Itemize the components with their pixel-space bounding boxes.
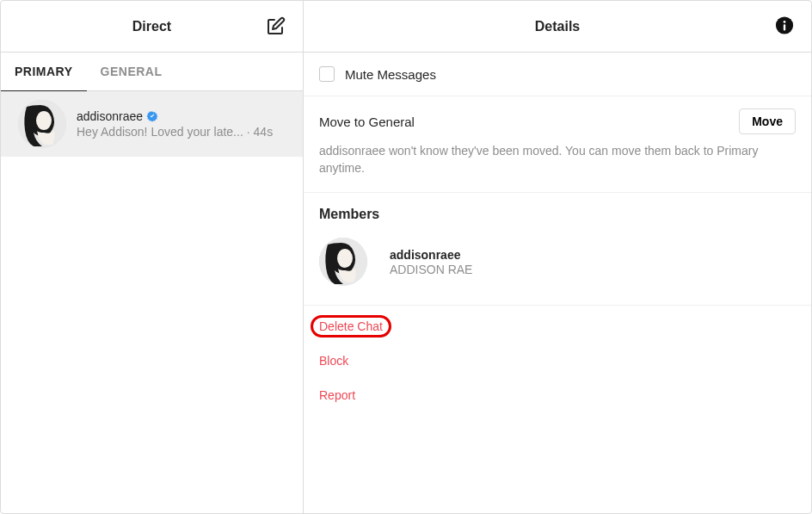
sidebar-header: Direct xyxy=(1,1,303,53)
thread-info: addisonraee Hey Addison! Loved your late… xyxy=(77,109,286,139)
move-description: addisonraee won't know they've been move… xyxy=(319,143,796,176)
avatar xyxy=(319,238,367,286)
svg-point-6 xyxy=(337,249,353,268)
delete-chat-button[interactable]: Delete Chat xyxy=(304,309,811,344)
mute-row: Mute Messages xyxy=(304,53,811,96)
sidebar-title: Direct xyxy=(132,19,171,34)
member-row[interactable]: addisonraee ADDISON RAE xyxy=(319,234,796,298)
move-title: Move to General xyxy=(319,115,415,129)
thread-item[interactable]: addisonraee Hey Addison! Loved your late… xyxy=(1,91,303,157)
thread-name-row: addisonraee xyxy=(77,109,286,123)
report-button[interactable]: Report xyxy=(304,378,811,412)
delete-chat-label: Delete Chat xyxy=(319,319,383,333)
tab-primary[interactable]: PRIMARY xyxy=(1,53,87,91)
thread-time: 44s xyxy=(247,125,273,139)
danger-section: Delete Chat Block Report xyxy=(304,305,811,412)
move-section: Move to General Move addisonraee won't k… xyxy=(304,96,811,193)
members-section: Members addisonraee ADDISON RAE xyxy=(304,193,811,305)
mute-label: Mute Messages xyxy=(345,67,436,82)
compose-icon xyxy=(265,16,286,37)
info-button[interactable] xyxy=(775,15,794,37)
svg-point-3 xyxy=(784,21,786,23)
thread-list: addisonraee Hey Addison! Loved your late… xyxy=(1,91,303,513)
inbox-tabs: PRIMARY GENERAL xyxy=(1,53,303,91)
app-root: Direct PRIMARY GENERAL xyxy=(0,0,812,514)
block-button[interactable]: Block xyxy=(304,344,811,378)
member-display-name: ADDISON RAE xyxy=(390,263,472,276)
avatar xyxy=(18,100,66,148)
move-row: Move to General Move xyxy=(319,108,796,134)
move-button[interactable]: Move xyxy=(739,108,796,134)
highlight-annotation: Delete Chat xyxy=(319,319,383,333)
details-title: Details xyxy=(535,19,580,34)
svg-rect-4 xyxy=(784,24,785,30)
tab-general[interactable]: GENERAL xyxy=(87,53,176,91)
member-info: addisonraee ADDISON RAE xyxy=(390,248,472,276)
thread-username: addisonraee xyxy=(77,109,143,123)
thread-preview-row: Hey Addison! Loved your late... 44s xyxy=(77,125,286,139)
details-panel: Details Mute Messages Move to General Mo… xyxy=(304,1,811,513)
members-heading: Members xyxy=(319,207,796,222)
thread-preview: Hey Addison! Loved your late... xyxy=(77,125,243,139)
compose-button[interactable] xyxy=(265,16,286,37)
info-icon xyxy=(775,15,794,34)
svg-point-1 xyxy=(36,111,52,130)
block-label: Block xyxy=(319,354,348,368)
member-username: addisonraee xyxy=(390,248,472,262)
mute-checkbox[interactable] xyxy=(319,66,335,82)
inbox-sidebar: Direct PRIMARY GENERAL xyxy=(1,1,304,513)
report-label: Report xyxy=(319,388,355,402)
details-header: Details xyxy=(304,1,811,53)
verified-icon xyxy=(146,110,158,122)
